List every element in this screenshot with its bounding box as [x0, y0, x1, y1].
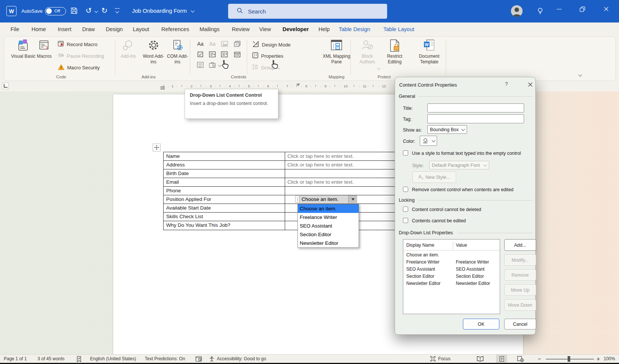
use-style-checkbox[interactable]: [403, 150, 408, 156]
first-line-indent-marker[interactable]: [296, 84, 300, 86]
tab-layout[interactable]: Layout: [131, 22, 151, 36]
content-control-dropdown-button[interactable]: [348, 195, 357, 203]
tab-insert[interactable]: Insert: [56, 22, 73, 36]
tab-references[interactable]: References: [160, 22, 191, 36]
list-item-value[interactable]: SEO Assistant: [456, 267, 485, 272]
list-item-value[interactable]: Section Editor: [456, 274, 484, 279]
combo-box-control-icon[interactable]: [207, 51, 217, 58]
dialog-close-icon[interactable]: [528, 82, 533, 88]
tab-help[interactable]: Help: [317, 22, 331, 36]
visual-basic-button[interactable]: Visual Basic: [11, 39, 36, 59]
tab-selector[interactable]: [2, 82, 9, 89]
repeating-section-control-icon[interactable]: [195, 61, 205, 69]
cannot-delete-label[interactable]: Content control cannot be deleted: [412, 207, 481, 212]
dropdown-item[interactable]: Freelance Writer: [298, 213, 359, 222]
row-label[interactable]: Skills Check List: [164, 213, 285, 221]
word-logo-icon[interactable]: W: [6, 6, 17, 16]
dropdown-item[interactable]: Newsletter Editor: [298, 239, 359, 247]
quick-access-icon[interactable]: [115, 8, 120, 9]
row-label[interactable]: Position Applied For: [164, 195, 285, 204]
title-field[interactable]: [427, 103, 524, 112]
use-style-label[interactable]: Use a style to format text typed into th…: [412, 151, 521, 156]
com-addins-button[interactable]: COM Add-ins: [166, 39, 189, 65]
list-item-display[interactable]: SEO Assistant: [406, 267, 435, 272]
row-label[interactable]: Why Do You Want This Job?: [164, 221, 285, 230]
page-indicator[interactable]: Page 1 of 1: [4, 355, 27, 363]
autosave-toggle[interactable]: Off: [45, 7, 66, 15]
remove-when-edited-checkbox[interactable]: [403, 187, 408, 192]
document-title[interactable]: Job Onboarding Form: [132, 7, 187, 14]
zoom-out-button[interactable]: −: [538, 355, 541, 363]
tag-field[interactable]: [427, 114, 524, 123]
column-header-value[interactable]: Value: [456, 243, 467, 248]
legacy-tools-icon[interactable]: [207, 61, 217, 69]
xml-mapping-pane-button[interactable]: XML Mapping Pane: [321, 39, 352, 65]
row-label[interactable]: Address: [164, 161, 285, 169]
list-item-value[interactable]: Freelance Writer: [456, 259, 489, 265]
list-item-display[interactable]: Newsletter Editor: [406, 281, 440, 286]
placeholder-text[interactable]: [285, 214, 287, 219]
checkbox-control-icon[interactable]: [195, 51, 205, 58]
zoom-level[interactable]: 100%: [604, 355, 615, 363]
list-item-display[interactable]: Choose an item.: [406, 252, 439, 258]
placeholder-text[interactable]: Click or tap here to enter text.: [285, 153, 354, 159]
redo-icon[interactable]: ↻: [101, 6, 108, 15]
date-picker-control-icon[interactable]: [232, 51, 242, 58]
tab-developer[interactable]: Developer: [281, 22, 310, 36]
placeholder-text[interactable]: [285, 205, 287, 211]
add-button[interactable]: Add...: [504, 239, 536, 251]
table-move-handle[interactable]: [153, 144, 161, 151]
language-indicator[interactable]: English (United States): [90, 355, 136, 363]
cancel-button[interactable]: Cancel: [504, 319, 536, 330]
properties-button[interactable]: Properties: [252, 52, 283, 60]
tab-view[interactable]: View: [258, 22, 272, 36]
help-icon[interactable]: ?: [505, 81, 508, 87]
collapse-ribbon-chevron-icon[interactable]: [578, 73, 582, 77]
ddl-items-listbox[interactable]: Display Name Value Choose an item. Freel…: [403, 239, 500, 314]
accessibility-status[interactable]: Accessibility: Good to go: [217, 355, 266, 363]
list-item-display[interactable]: Section Editor: [406, 274, 434, 279]
tab-table-layout[interactable]: Table Layout: [382, 22, 416, 36]
macros-button[interactable]: Macros: [36, 39, 53, 59]
list-item-value[interactable]: Newsletter Editor: [456, 281, 490, 286]
tab-review[interactable]: Review: [230, 22, 251, 36]
dropdown-item[interactable]: SEO Assistant: [298, 222, 359, 230]
indent-marker[interactable]: [161, 86, 165, 90]
undo-chevron-icon[interactable]: [95, 9, 98, 13]
column-header-display[interactable]: Display Name: [406, 243, 434, 248]
lightbulb-icon[interactable]: [536, 7, 544, 17]
macro-security-button[interactable]: Macro Security: [58, 64, 100, 72]
tab-file[interactable]: File: [9, 22, 21, 36]
list-item-display[interactable]: Freelance Writer: [406, 259, 439, 265]
row-label[interactable]: Birth Date: [164, 169, 285, 178]
placeholder-text[interactable]: Click or tap here to enter text.: [285, 179, 354, 185]
remove-when-edited-label[interactable]: Remove content control when contents are…: [412, 187, 514, 192]
dropdown-item[interactable]: Choose an item.: [298, 204, 359, 213]
restore-button[interactable]: [574, 0, 591, 18]
placeholder-text[interactable]: [285, 222, 287, 228]
color-picker-button[interactable]: [420, 136, 437, 146]
restrict-editing-button[interactable]: Restrict Editing: [383, 39, 406, 65]
dropdown-item[interactable]: Section Editor: [298, 230, 359, 239]
undo-icon[interactable]: ↺: [86, 6, 92, 15]
rich-text-control-icon[interactable]: Aa: [195, 40, 205, 48]
row-label[interactable]: Phone: [164, 187, 285, 195]
record-macro-button[interactable]: Record Macro: [58, 40, 98, 48]
word-count[interactable]: 3 of 45 words: [38, 355, 65, 363]
tab-table-design[interactable]: Table Design: [337, 22, 372, 36]
word-addins-button[interactable]: Word Add-ins: [141, 39, 165, 65]
cannot-delete-checkbox[interactable]: [403, 207, 408, 212]
tab-mailings[interactable]: Mailings: [198, 22, 221, 36]
building-block-gallery-icon[interactable]: [232, 40, 242, 48]
tab-draw[interactable]: Draw: [81, 22, 96, 36]
zoom-slider-handle[interactable]: [568, 356, 570, 362]
print-layout-icon[interactable]: [496, 355, 507, 363]
text-predictions-indicator[interactable]: Text Predictions: On: [145, 355, 185, 363]
minimize-button[interactable]: [550, 0, 568, 18]
cannot-edit-checkbox[interactable]: [403, 218, 408, 223]
tab-design[interactable]: Design: [104, 22, 124, 36]
placeholder-text[interactable]: [285, 188, 287, 193]
dropdown-list-control-icon[interactable]: [219, 51, 229, 58]
content-control-drag-handle[interactable]: [295, 196, 299, 203]
cannot-edit-label[interactable]: Contents cannot be edited: [412, 218, 466, 223]
